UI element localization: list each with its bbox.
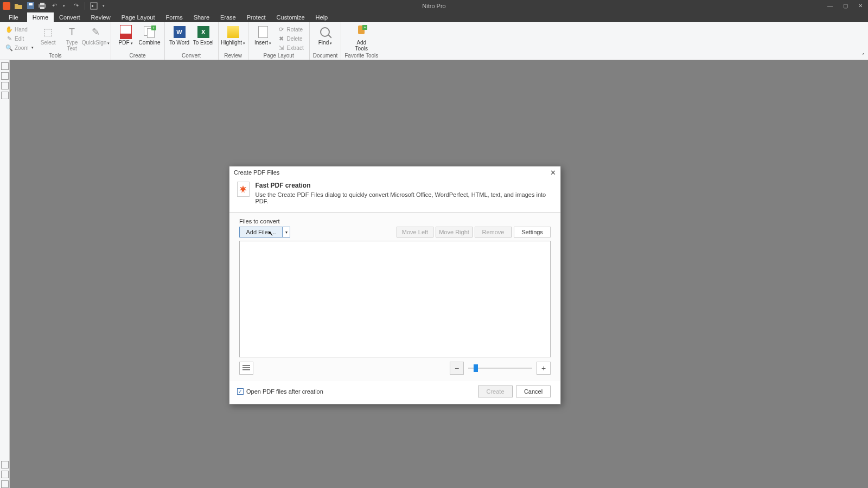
find-icon: [318, 25, 331, 38]
panel-bookmarks-icon[interactable]: [1, 72, 9, 80]
collapse-ribbon-icon[interactable]: ˄: [862, 53, 865, 59]
print-icon[interactable]: [38, 2, 47, 10]
list-view-toggle[interactable]: [239, 362, 253, 375]
to-word-label: To Word: [169, 40, 189, 46]
tab-customize[interactable]: Customize: [271, 12, 310, 22]
extract-icon: ⇲: [278, 44, 285, 52]
pdf-button[interactable]: PDF▾: [114, 23, 137, 46]
dialog-footer: ✓ Open PDF files after creation Create C…: [229, 381, 560, 404]
dialog-titlebar[interactable]: Create PDF Files ✕: [229, 166, 560, 178]
dialog-heading: Fast PDF creation: [255, 182, 553, 189]
add-tools-label: Add Tools: [350, 40, 373, 52]
highlight-button[interactable]: Highlight▾: [222, 23, 245, 46]
delete-icon: ✖: [278, 35, 285, 42]
tab-erase[interactable]: Erase: [215, 12, 241, 22]
undo-icon[interactable]: ↶: [50, 2, 59, 10]
minimize-button[interactable]: —: [822, 0, 838, 11]
add-files-button[interactable]: Add Files... ↖: [239, 227, 283, 237]
panel-signatures-icon[interactable]: [1, 82, 9, 89]
insert-button[interactable]: Insert▾: [252, 23, 275, 46]
zoom-in-button[interactable]: +: [537, 362, 551, 375]
tab-convert[interactable]: Convert: [54, 12, 86, 22]
brand-icon[interactable]: [2, 2, 11, 10]
dialog-title: Create PDF Files: [234, 169, 279, 176]
edit-label: Edit: [15, 36, 24, 42]
hand-tool[interactable]: ✋Hand: [3, 25, 36, 34]
add-files-dropdown-icon[interactable]: ▾: [283, 227, 290, 237]
to-word-button[interactable]: W To Word: [168, 23, 191, 46]
zoom-slider[interactable]: [468, 368, 532, 369]
file-list[interactable]: [239, 241, 551, 357]
tab-share[interactable]: Share: [188, 12, 215, 22]
save-icon[interactable]: [26, 2, 35, 10]
remove-button[interactable]: Remove: [475, 227, 512, 237]
tab-home[interactable]: Home: [27, 12, 54, 22]
tab-forms[interactable]: Forms: [160, 12, 188, 22]
zoom-out-button[interactable]: −: [450, 362, 464, 375]
dialog-header-icon: [237, 182, 250, 197]
tab-page-layout[interactable]: Page Layout: [116, 12, 161, 22]
open-after-checkbox[interactable]: ✓ Open PDF files after creation: [237, 388, 323, 395]
excel-icon: X: [197, 25, 210, 38]
titlebar: ↶ ▾ ↷ ▾ Nitro Pro — ▢ ✕: [0, 0, 868, 11]
tab-protect[interactable]: Protect: [241, 12, 271, 22]
zoom-tool[interactable]: 🔍Zoom▾: [3, 43, 36, 52]
edit-icon: ✎: [5, 35, 13, 42]
group-label-convert: Convert: [182, 52, 201, 60]
maximize-button[interactable]: ▢: [838, 0, 853, 11]
panel-layers-icon[interactable]: [1, 92, 9, 99]
left-panel-gutter: [0, 60, 10, 488]
customize-qat-dropdown-icon[interactable]: ▾: [99, 2, 108, 10]
panel-comments-icon[interactable]: [1, 471, 9, 478]
add-tools-button[interactable]: + Add Tools: [350, 23, 373, 52]
zoom-thumb[interactable]: [474, 364, 478, 372]
type-text-button[interactable]: T Type Text: [61, 23, 84, 52]
ribbon: ✋Hand ✎Edit 🔍Zoom▾ ⬚ Select T Type Text …: [0, 22, 868, 60]
rotate-button[interactable]: ⟳Rotate: [276, 25, 306, 34]
to-excel-button[interactable]: X To Excel: [192, 23, 215, 46]
find-button[interactable]: Find▾: [314, 23, 336, 46]
redo-icon[interactable]: ↷: [72, 2, 80, 10]
insert-dd-icon: ▾: [269, 41, 271, 45]
svg-rect-4: [40, 7, 44, 9]
dialog-close-icon[interactable]: ✕: [550, 169, 556, 177]
edit-tool[interactable]: ✎Edit: [3, 34, 36, 43]
ribbon-group-convert: W To Word X To Excel Convert: [165, 22, 219, 60]
zoom-controls: − +: [450, 362, 551, 375]
tab-review[interactable]: Review: [86, 12, 116, 22]
menu-bar: File Home Convert Review Page Layout For…: [0, 11, 868, 22]
settings-button[interactable]: Settings: [514, 227, 551, 237]
dialog-description: Use the Create PDF Files dialog to quick…: [255, 191, 553, 204]
extract-label: Extract: [287, 45, 304, 51]
ribbon-group-page-layout: Insert▾ ⟳Rotate ✖Delete ⇲Extract Page La…: [248, 22, 310, 60]
create-button[interactable]: Create: [478, 386, 513, 397]
panel-output-icon[interactable]: [1, 480, 9, 488]
checkbox-icon: ✓: [237, 388, 244, 395]
move-left-button[interactable]: Move Left: [397, 227, 433, 237]
undo-dropdown-icon[interactable]: ▾: [60, 2, 68, 10]
combine-button[interactable]: + Combine: [138, 23, 161, 46]
panel-attachments-icon[interactable]: [1, 461, 9, 468]
hand-icon: ✋: [5, 25, 13, 33]
delete-button[interactable]: ✖Delete: [276, 34, 306, 43]
select-button[interactable]: ⬚ Select: [37, 23, 60, 46]
to-excel-label: To Excel: [193, 40, 214, 46]
move-right-button[interactable]: Move Right: [436, 227, 473, 237]
select-icon: ⬚: [42, 25, 55, 38]
open-icon[interactable]: [14, 2, 23, 10]
close-window-button[interactable]: ✕: [853, 0, 868, 11]
quicksign-button[interactable]: ✎ QuickSign▾: [85, 23, 107, 46]
insert-label: Insert: [254, 40, 268, 46]
zoom-dd-icon: ▾: [31, 46, 34, 50]
tab-file[interactable]: File: [0, 12, 27, 22]
panel-pages-icon[interactable]: [1, 62, 9, 70]
tab-help[interactable]: Help: [310, 12, 334, 22]
select-label: Select: [41, 40, 56, 46]
extract-button[interactable]: ⇲Extract: [276, 43, 306, 52]
quicksign-dd-icon: ▾: [107, 41, 110, 45]
cancel-button[interactable]: Cancel: [516, 386, 551, 397]
customize-qat-icon[interactable]: [90, 2, 98, 10]
workspace: Create PDF Files ✕ Fast PDF creation Use…: [0, 60, 868, 488]
open-after-label: Open PDF files after creation: [246, 388, 323, 395]
find-dd-icon: ▾: [330, 41, 332, 45]
